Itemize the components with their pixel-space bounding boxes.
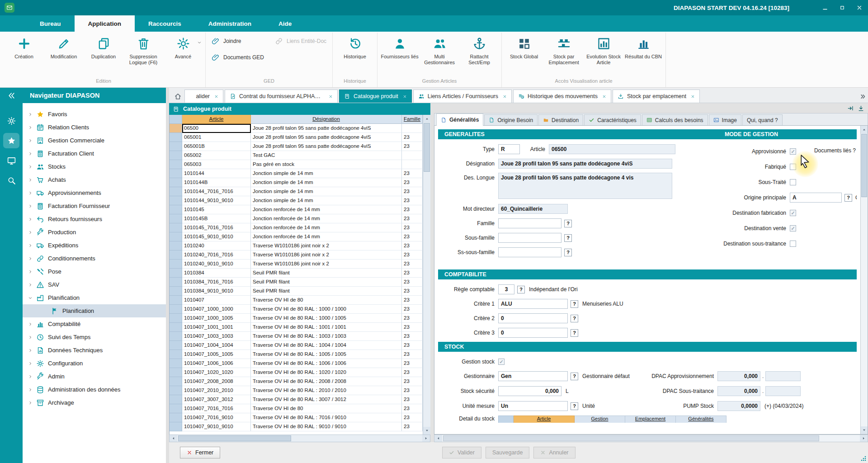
expand-arrow-icon[interactable] (28, 204, 35, 208)
cell-article[interactable]: 1010240 (182, 241, 251, 250)
scrollbar-thumb[interactable] (443, 435, 819, 441)
critere3-input[interactable]: 0 (498, 328, 568, 338)
cell-designation[interactable]: Traverse OV HI de 80 (251, 296, 402, 305)
cell-article[interactable]: 1010407_9010_9010 (182, 422, 251, 431)
cell-designation[interactable]: Seuil PMR filant (251, 287, 402, 296)
cell-designation[interactable]: Traverse OV HI de 80 RAL : 1000 / 1000 (251, 305, 402, 314)
critere2-help-button[interactable]: ? (571, 315, 578, 322)
scrollbar-thumb[interactable] (861, 134, 867, 197)
destination-vente-checkbox[interactable] (790, 225, 796, 232)
sidebar-item-relation-clients[interactable]: Relation Clients (23, 121, 166, 134)
cell-article[interactable]: 1010144 (182, 169, 251, 178)
home-tab[interactable] (171, 90, 184, 103)
tab-contrat-du-fournisseur-alphacan-alp[interactable]: Contrat du fournisseur ALPHACAN (ALP... (225, 90, 338, 103)
cell-article[interactable]: 1010144B (182, 178, 251, 187)
critere1-input[interactable]: ALU (498, 299, 568, 309)
cell-famille[interactable]: 23 (402, 314, 423, 323)
cell-designation[interactable]: Traverse OV HI de 80 RAL : 1003 / 1003 (251, 332, 402, 341)
dpac-appro-input[interactable]: 0,000 (717, 371, 760, 381)
cell-article[interactable]: 065001 (182, 133, 251, 142)
detail-tab-calculs-des-besoins[interactable]: Calculs des besoins (642, 114, 708, 125)
ribbon-button-resultat-du-cbn[interactable]: Résultat du CBN (623, 33, 663, 60)
cell-article[interactable]: 1010144_9010_9010 (182, 196, 251, 205)
table-row[interactable]: 1010407_7016_9010Traverse OV HI de 80 RA… (170, 413, 423, 422)
expand-arrow-icon[interactable] (28, 296, 35, 300)
sidebar-item-sav[interactable]: SAV (23, 278, 166, 291)
ribbon-button-stock-global[interactable]: Stock Global (504, 33, 544, 60)
resize-grip-icon[interactable] (860, 455, 867, 462)
tab-overflow-button[interactable] (859, 93, 866, 100)
scrollbar-thumb[interactable] (178, 435, 291, 441)
tab-liens-articles-fournisseurs[interactable]: Liens Articles / Fournisseurs (413, 90, 512, 103)
menu-aide[interactable]: Aide (265, 15, 305, 32)
ribbon-button-creation[interactable]: Création (4, 33, 44, 60)
unite-help-button[interactable]: ? (571, 402, 578, 410)
sous-famille-input[interactable] (498, 233, 561, 243)
cell-article[interactable]: 1010384 (182, 269, 251, 278)
row-selector[interactable] (170, 124, 182, 133)
tab-stock-par-emplacement[interactable]: Stock par emplacement (613, 90, 700, 103)
cell-article[interactable]: 1010145_7016_7016 (182, 223, 251, 232)
detail-tab-qui-quand[interactable]: Qui, quand ? (742, 114, 783, 125)
cell-designation[interactable]: Traverse W1010186 joint noir x 2 (251, 241, 402, 250)
cell-famille[interactable]: 23 (402, 368, 423, 377)
table-row[interactable]: 1010144BJonction simple de 14 mm23 (170, 178, 423, 187)
row-selector[interactable] (170, 314, 182, 323)
cell-article[interactable]: 06500 (182, 124, 251, 133)
detail-horizontal-scrollbar[interactable] (434, 435, 868, 442)
table-row[interactable]: 065001Joue 28 profil talon 95 sans patte… (170, 133, 423, 142)
cell-designation[interactable]: Pas géré en stock (251, 160, 402, 169)
cell-famille[interactable]: 23 (402, 404, 423, 413)
expand-arrow-icon[interactable] (28, 374, 35, 379)
cell-designation[interactable]: Traverse OV HI de 80 RAL : 9010 / 9010 (251, 422, 402, 431)
cell-famille[interactable]: 23 (402, 205, 423, 214)
cell-article[interactable]: 1010145B (182, 214, 251, 223)
mot-directeur-input[interactable]: 60_Quincaillerie (498, 204, 568, 214)
expand-arrow-icon[interactable] (28, 387, 35, 392)
sidebar-item-conditionnements[interactable]: Conditionnements (23, 252, 166, 265)
expand-arrow-icon[interactable] (28, 401, 35, 405)
column-header-article[interactable]: Article (182, 115, 251, 124)
favorites-sidebar-button[interactable] (3, 133, 19, 148)
row-selector[interactable] (170, 377, 182, 386)
table-row[interactable]: 06500Joue 28 profil talon 95 sans patte … (170, 124, 423, 133)
cell-famille[interactable]: 23 (402, 422, 423, 431)
tab-historique-des-mouvements[interactable]: Historique des mouvements (513, 90, 611, 103)
critere2-input[interactable]: 0 (498, 313, 568, 323)
cell-designation[interactable]: Traverse W1010186 joint noir x 2 (251, 250, 402, 260)
critere3-help-button[interactable]: ? (571, 329, 578, 337)
expand-arrow-icon[interactable] (28, 191, 35, 195)
ribbon-button-joindre[interactable]: Joindre (208, 37, 268, 45)
critere1-help-button[interactable]: ? (571, 300, 578, 308)
ribbon-button-stock-par-emplacement[interactable]: Stock par Emplacement (544, 33, 584, 66)
table-row[interactable]: 1010407_1006_1006Traverse OV HI de 80 RA… (170, 359, 423, 368)
row-selector[interactable] (170, 323, 182, 332)
cell-famille[interactable]: 23 (402, 187, 423, 196)
row-selector[interactable] (170, 278, 182, 287)
table-row[interactable]: 1010145_7016_7016Jonction renforcée de 1… (170, 223, 423, 232)
search-sidebar-button[interactable] (3, 173, 19, 188)
cell-famille[interactable]: 23 (402, 413, 423, 422)
scrollbar-thumb[interactable] (424, 123, 430, 172)
cell-designation[interactable]: Joue 28 profil talon 95 sans patte dodéc… (251, 124, 402, 133)
row-selector[interactable] (170, 151, 182, 160)
row-selector[interactable] (170, 341, 182, 350)
table-row[interactable]: 1010407_1000_1005Traverse OV HI de 80 RA… (170, 314, 423, 323)
cell-designation[interactable]: Jonction renforcée de 14 mm (251, 223, 402, 232)
dropdown-arrow-icon[interactable] (197, 40, 202, 45)
cell-article[interactable]: 1010384_7016_7016 (182, 278, 251, 287)
famille-help-button[interactable]: ? (564, 220, 572, 227)
ribbon-button-duplication[interactable]: Duplication (84, 33, 123, 60)
sidebar-item-achats[interactable]: Achats (23, 173, 166, 186)
cell-designation[interactable]: Traverse OV HI de 80 RAL : 1001 / 1001 (251, 323, 402, 332)
detail-tab-origine-besoin[interactable]: Origine Besoin (484, 114, 538, 125)
expand-arrow-icon[interactable] (28, 269, 35, 274)
cell-famille[interactable]: 23 (402, 386, 423, 395)
menu-application[interactable]: Application (75, 15, 135, 32)
sidebar-item-stocks[interactable]: Stocks (23, 160, 166, 173)
cell-famille[interactable]: 23 (402, 169, 423, 178)
close-tab-icon[interactable] (691, 94, 695, 99)
row-selector[interactable] (170, 422, 182, 431)
table-row[interactable]: 1010407_1004_1004Traverse OV HI de 80 RA… (170, 341, 423, 350)
row-selector[interactable] (170, 160, 182, 169)
